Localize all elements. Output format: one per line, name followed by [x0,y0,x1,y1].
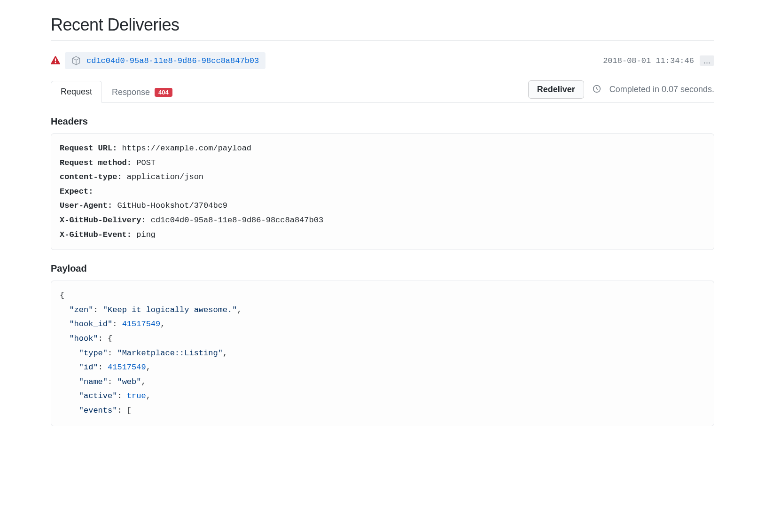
delivery-id: cd1c04d0-95a8-11e8-9d86-98cc8a847b03 [86,56,259,65]
redeliver-button[interactable]: Redeliver [528,80,584,99]
alert-icon [51,55,60,66]
tab-request[interactable]: Request [51,81,102,103]
clock-icon [593,85,601,94]
payload-section: Payload { "zen": "Keep it logically awes… [51,263,714,426]
payload-content: { "zen": "Keep it logically awesome.", "… [51,281,714,426]
headers-content: Request URL: https://example.com/payload… [51,133,714,250]
delivery-pill[interactable]: cd1c04d0-95a8-11e8-9d86-98cc8a847b03 [65,52,265,69]
tab-bar: Request Response 404 Redeliver Completed… [51,80,714,103]
tab-response[interactable]: Response 404 [102,81,182,103]
tab-request-label: Request [61,87,92,97]
headers-section: Headers Request URL: https://example.com… [51,116,714,250]
status-badge: 404 [155,88,172,97]
more-actions-button[interactable]: ... [700,55,714,66]
package-icon [71,56,81,65]
payload-title: Payload [51,263,714,274]
tab-response-label: Response [112,87,150,97]
delivery-row: cd1c04d0-95a8-11e8-9d86-98cc8a847b03 201… [51,52,714,69]
delivery-timestamp: 2018-08-01 11:34:46 [603,56,694,65]
page-title: Recent Deliveries [51,15,714,41]
headers-title: Headers [51,116,714,127]
completed-text: Completed in 0.07 seconds. [609,85,714,94]
